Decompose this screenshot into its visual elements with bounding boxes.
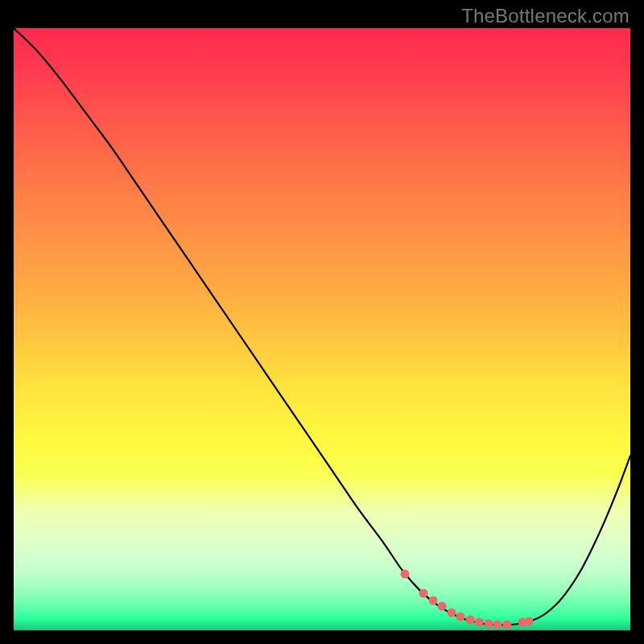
valley-marker (465, 615, 474, 624)
valley-marker (493, 621, 502, 630)
valley-marker (401, 570, 410, 579)
valley-marker (475, 618, 484, 627)
valley-marker (447, 609, 456, 617)
valley-marker (438, 602, 447, 611)
valley-marker (484, 619, 493, 628)
valley-marker (456, 612, 465, 621)
curve-canvas (14, 28, 630, 630)
attribution-text: TheBottleneck.com (461, 5, 630, 27)
valley-marker (502, 621, 511, 630)
plot-area (14, 28, 630, 630)
valley-marker (428, 597, 437, 605)
valley-marker (419, 589, 428, 598)
valley-marker (524, 617, 533, 625)
